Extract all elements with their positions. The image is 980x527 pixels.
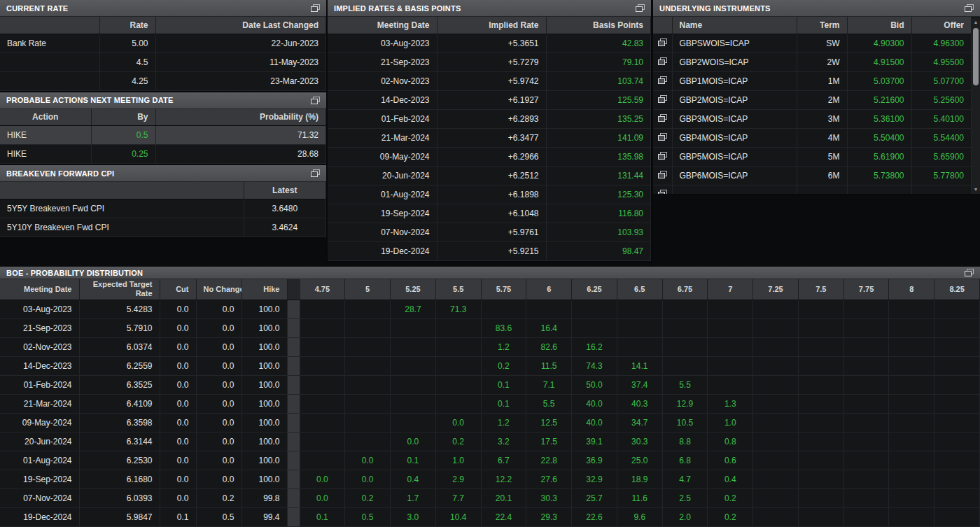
popout-icon[interactable]: [636, 4, 645, 12]
table-row[interactable]: 19-Sep-20246.16800.00.0100.00.00.00.42.9…: [0, 470, 980, 489]
table-row[interactable]: GBP6MOIS=ICAP6M5.738005.77800: [653, 166, 972, 185]
table-cell: GBP3MOIS=ICAP: [672, 109, 797, 128]
table-row[interactable]: 19-Dec-2024+5.921598.47: [328, 241, 651, 260]
table-cell: 100.0: [241, 394, 287, 413]
popout-icon[interactable]: [658, 152, 667, 160]
probability-cell: 2.5: [662, 489, 708, 507]
table-row[interactable]: 21-Mar-20246.41090.00.0100.00.15.540.040…: [0, 394, 980, 413]
probability-cell: [844, 337, 889, 356]
scrollbar-down-icon[interactable]: ▼: [972, 185, 980, 194]
probability-cell: [798, 413, 844, 432]
table-row[interactable]: GBP3MOIS=ICAP3M5.361005.40100: [653, 109, 972, 128]
probability-cell: 0.8: [708, 432, 753, 451]
table-row[interactable]: 09-May-20246.35980.00.0100.00.01.212.540…: [0, 413, 980, 432]
rate-column-header: 7.75: [844, 279, 889, 300]
probability-cell: [617, 318, 662, 337]
table-cell: 21-Sep-2023: [0, 318, 79, 337]
table-row-partial[interactable]: [653, 185, 972, 194]
table-row[interactable]: 19-Dec-20245.98470.10.599.40.10.53.010.4…: [0, 507, 980, 526]
probability-cell: 1.7: [391, 489, 436, 507]
scrollbar-track[interactable]: [972, 87, 980, 185]
probability-cell: [844, 375, 889, 394]
scrollbar-thumb[interactable]: [973, 28, 979, 85]
table-row[interactable]: 02-Nov-20236.03740.00.0100.01.282.616.2: [0, 337, 980, 356]
probability-cell: [753, 300, 799, 318]
table-cell: 3.6480: [244, 199, 326, 218]
scrollbar-up-icon[interactable]: ▲: [972, 17, 980, 27]
column-header: No Change: [196, 279, 241, 300]
table-row[interactable]: 14-Dec-20236.25590.00.0100.00.211.574.31…: [0, 356, 980, 375]
table-row[interactable]: 21-Sep-2023+5.727979.10: [328, 52, 651, 71]
probability-cell: 34.7: [617, 413, 662, 432]
table-row[interactable]: 03-Aug-20235.42830.00.0100.028.771.3: [0, 300, 980, 318]
table-row[interactable]: GBP1MOIS=ICAP1M5.037005.07700: [653, 71, 972, 90]
table-row[interactable]: 21-Sep-20235.79100.00.0100.083.616.4: [0, 318, 980, 337]
table-cell: +5.9742: [437, 71, 546, 90]
table-row[interactable]: GBPSWOIS=ICAPSW4.903004.96300: [653, 34, 972, 52]
probability-cell: 0.2: [345, 489, 391, 507]
table-row[interactable]: 20-Jun-2024+6.2512131.44: [328, 166, 651, 185]
rate-column-header: 8.25: [934, 279, 980, 300]
table-row[interactable]: 5Y10Y Breakeven Fwd CPI3.4624: [0, 218, 326, 237]
popout-icon[interactable]: [311, 97, 320, 104]
popout-icon[interactable]: [658, 171, 667, 178]
popout-icon[interactable]: [658, 114, 667, 122]
probability-cell: 4.7: [662, 470, 708, 489]
rate-column-header: 6.5: [617, 279, 662, 300]
table-row[interactable]: HIKE0.2528.68: [0, 145, 326, 164]
probability-cell: 11.5: [526, 356, 572, 375]
table-cell: 135.98: [546, 147, 651, 166]
probability-cell: [844, 300, 889, 318]
popout-icon[interactable]: [311, 169, 320, 177]
table-cell: 11-May-2023: [155, 52, 326, 71]
table-row[interactable]: HIKE0.571.32: [0, 126, 326, 145]
popout-icon[interactable]: [658, 38, 667, 46]
table-row[interactable]: 21-Mar-2024+6.3477141.09: [328, 128, 651, 147]
probability-cell: [934, 413, 980, 432]
table-cell: 21-Mar-2024: [0, 394, 79, 413]
popout-icon[interactable]: [658, 133, 667, 141]
probability-cell: [844, 413, 889, 432]
table-row[interactable]: 01-Feb-2024+6.2893135.25: [328, 109, 651, 128]
table-row[interactable]: 07-Nov-20246.03930.00.299.80.00.21.77.72…: [0, 489, 980, 507]
probability-cell: [934, 318, 980, 337]
popout-icon[interactable]: [658, 190, 667, 195]
probability-cell: 0.0: [300, 470, 345, 489]
probability-cell: 12.2: [481, 470, 526, 489]
table-row[interactable]: 5Y5Y Breakeven Fwd CPI3.6480: [0, 199, 326, 218]
popout-icon[interactable]: [658, 76, 667, 84]
table-row[interactable]: GBP2WOIS=ICAP2W4.915004.95500: [653, 52, 972, 71]
probability-cell: [798, 394, 844, 413]
table-row[interactable]: 02-Nov-2023+5.9742103.74: [328, 71, 651, 90]
popout-icon[interactable]: [658, 95, 667, 103]
probability-cell: 50.0: [572, 375, 617, 394]
table-row[interactable]: 03-Aug-2023+5.365142.83: [328, 34, 651, 52]
column-header: Term: [797, 17, 847, 34]
probability-cell: 0.6: [708, 451, 753, 470]
probability-cell: [526, 300, 572, 318]
table-row[interactable]: 19-Sep-2024+6.1048116.80: [328, 204, 651, 223]
table-row[interactable]: GBP2MOIS=ICAP2M5.216005.25600: [653, 90, 972, 109]
table-row[interactable]: 20-Jun-20246.31440.00.0100.00.00.23.217.…: [0, 432, 980, 451]
table-row[interactable]: 4.511-May-2023: [0, 52, 326, 71]
probability-cell: 28.7: [391, 300, 436, 318]
popout-icon[interactable]: [658, 57, 667, 65]
popout-icon[interactable]: [311, 4, 320, 12]
probability-cell: [798, 300, 844, 318]
table-row[interactable]: 01-Aug-2024+6.1898125.30: [328, 185, 651, 204]
table-cell: GBP2MOIS=ICAP: [672, 90, 797, 109]
table-row[interactable]: 01-Aug-20246.25300.00.0100.00.00.11.06.7…: [0, 451, 980, 470]
table-row[interactable]: 09-May-2024+6.2966135.98: [328, 147, 651, 166]
table-row[interactable]: GBP5MOIS=ICAP5M5.619005.65900: [653, 147, 972, 166]
table-row[interactable]: Bank Rate5.0022-Jun-2023: [0, 34, 326, 52]
popout-icon[interactable]: [965, 269, 974, 276]
table-row[interactable]: 4.2523-Mar-2023: [0, 71, 326, 90]
table-row[interactable]: 01-Feb-20246.35250.00.0100.00.17.150.037…: [0, 375, 980, 394]
table-row[interactable]: 07-Nov-2024+5.9761103.93: [328, 223, 651, 241]
vertical-scrollbar[interactable]: ▲ ▼: [972, 17, 980, 194]
header-row: Meeting DateImplied RateBasis Points: [328, 17, 651, 34]
table-row[interactable]: GBP4MOIS=ICAP4M5.504005.54400: [653, 128, 972, 147]
popout-icon[interactable]: [965, 4, 974, 12]
table-row[interactable]: 14-Dec-2023+6.1927125.59: [328, 90, 651, 109]
table-cell: +5.3651: [437, 34, 546, 52]
